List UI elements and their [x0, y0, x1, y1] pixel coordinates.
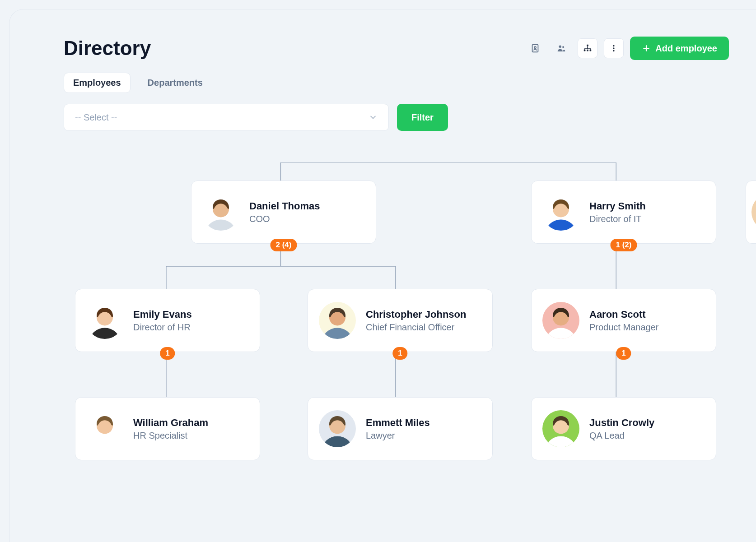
employee-role: COO — [249, 214, 320, 224]
reports-badge[interactable]: 1 — [160, 347, 175, 360]
tab-departments[interactable]: Departments — [139, 73, 212, 93]
employee-role: Director of IT — [589, 214, 646, 224]
filter-button[interactable]: Filter — [397, 104, 448, 131]
avatar — [542, 410, 579, 447]
avatar — [86, 410, 123, 447]
employee-name: Christopher Johnson — [366, 309, 466, 320]
employee-role: Product Manager — [589, 322, 658, 333]
avatar — [86, 302, 123, 339]
svg-point-2 — [559, 46, 562, 48]
employee-name: Emily Evans — [133, 309, 192, 320]
org-node-aaron[interactable]: Aaron Scott Product Manager — [531, 289, 716, 352]
employee-name: Harry Smith — [589, 200, 646, 212]
employee-role: QA Lead — [589, 431, 654, 441]
svg-point-3 — [562, 46, 564, 48]
org-node-william[interactable]: William Graham HR Specialist — [75, 397, 260, 460]
employee-name: William Graham — [133, 417, 208, 429]
svg-point-8 — [613, 45, 615, 46]
more-menu-icon[interactable] — [604, 38, 624, 58]
svg-rect-7 — [590, 50, 592, 51]
org-chart-icon[interactable] — [578, 38, 597, 58]
org-node-harry[interactable]: Harry Smith Director of IT — [531, 181, 716, 244]
contact-card-icon[interactable] — [525, 38, 545, 58]
reports-badge[interactable]: 1 (2) — [611, 239, 637, 251]
svg-rect-6 — [587, 50, 588, 51]
avatar — [319, 302, 356, 339]
employee-role: Lawyer — [366, 431, 430, 441]
employee-name: Daniel Thomas — [249, 200, 320, 212]
avatar — [319, 410, 356, 447]
reports-badge[interactable]: 1 — [616, 347, 631, 360]
employee-role: Chief Financial Officer — [366, 322, 466, 333]
avatar — [202, 194, 239, 231]
employee-name: Justin Crowly — [589, 417, 654, 429]
svg-point-1 — [534, 46, 536, 48]
add-employee-label: Add employee — [655, 43, 717, 54]
avatar — [542, 194, 579, 231]
filter-select[interactable]: -- Select -- — [64, 104, 389, 131]
org-node-emily[interactable]: Emily Evans Director of HR — [75, 289, 260, 352]
select-placeholder: -- Select -- — [75, 112, 117, 123]
people-icon[interactable] — [551, 38, 571, 58]
org-node-daniel[interactable]: Daniel Thomas COO — [191, 181, 376, 244]
svg-rect-4 — [587, 45, 588, 46]
org-node-chris[interactable]: Christopher Johnson Chief Financial Offi… — [308, 289, 493, 352]
org-node-partial[interactable] — [746, 181, 756, 244]
employee-role: Director of HR — [133, 322, 192, 333]
svg-point-10 — [613, 50, 615, 51]
org-node-justin[interactable]: Justin Crowly QA Lead — [531, 397, 716, 460]
chevron-down-icon — [369, 113, 378, 122]
add-employee-button[interactable]: Add employee — [630, 37, 729, 60]
org-chart: Daniel Thomas COO 2 (4) Harry Smith Dire… — [64, 162, 756, 505]
page-title: Directory — [64, 37, 151, 60]
employee-role: HR Specialist — [133, 431, 208, 441]
reports-badge[interactable]: 2 (4) — [271, 239, 297, 251]
employee-name: Emmett Miles — [366, 417, 430, 429]
reports-badge[interactable]: 1 — [392, 347, 407, 360]
tabs: Employees Departments — [64, 73, 756, 93]
tab-employees[interactable]: Employees — [64, 73, 131, 93]
employee-name: Aaron Scott — [589, 309, 658, 320]
avatar — [542, 302, 579, 339]
svg-point-9 — [613, 47, 615, 49]
avatar — [751, 194, 756, 231]
svg-rect-5 — [584, 50, 586, 51]
org-node-emmett[interactable]: Emmett Miles Lawyer — [308, 397, 493, 460]
header-actions: Add employee — [525, 37, 729, 60]
